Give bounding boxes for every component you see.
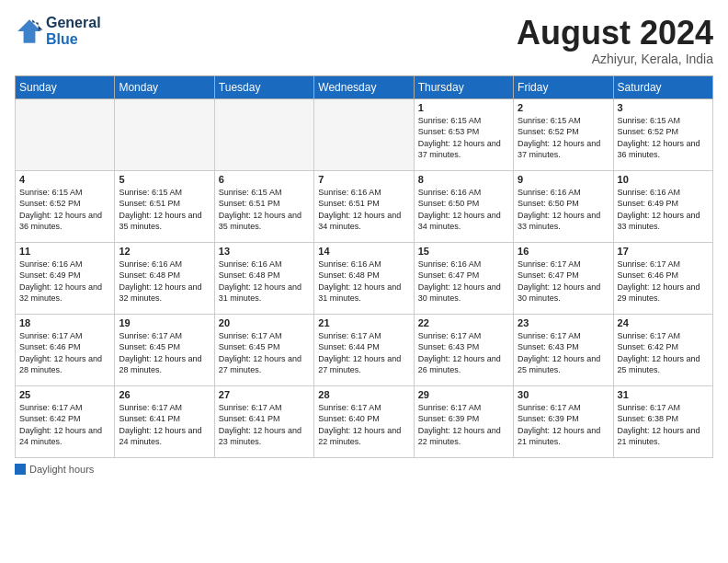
weekday-header-sunday: Sunday — [16, 75, 115, 98]
day-cell — [16, 98, 115, 170]
day-cell — [314, 98, 414, 170]
day-cell: 4Sunrise: 6:15 AMSunset: 6:52 PMDaylight… — [16, 170, 115, 242]
weekday-header-thursday: Thursday — [414, 75, 513, 98]
day-number: 10 — [618, 174, 709, 185]
week-row-4: 18Sunrise: 6:17 AMSunset: 6:46 PMDayligh… — [16, 314, 713, 385]
weekday-header-friday: Friday — [514, 75, 613, 98]
day-info: Sunrise: 6:17 AMSunset: 6:41 PMDaylight:… — [119, 402, 210, 448]
day-number: 14 — [318, 246, 409, 257]
day-cell: 6Sunrise: 6:15 AMSunset: 6:51 PMDaylight… — [214, 170, 313, 242]
day-number: 18 — [19, 317, 110, 328]
day-number: 21 — [318, 317, 409, 328]
logo: General Blue — [15, 15, 101, 49]
day-cell: 24Sunrise: 6:17 AMSunset: 6:42 PMDayligh… — [613, 314, 712, 385]
day-number: 16 — [518, 246, 609, 257]
legend: Daylight hours — [15, 464, 713, 477]
day-info: Sunrise: 6:17 AMSunset: 6:40 PMDaylight:… — [318, 402, 409, 448]
day-cell: 15Sunrise: 6:16 AMSunset: 6:47 PMDayligh… — [414, 242, 513, 314]
weekday-header-saturday: Saturday — [613, 75, 712, 98]
day-info: Sunrise: 6:15 AMSunset: 6:52 PMDaylight:… — [518, 115, 609, 161]
day-info: Sunrise: 6:16 AMSunset: 6:49 PMDaylight:… — [618, 187, 709, 233]
day-info: Sunrise: 6:17 AMSunset: 6:42 PMDaylight:… — [19, 402, 110, 448]
day-info: Sunrise: 6:15 AMSunset: 6:51 PMDaylight:… — [119, 187, 210, 233]
day-cell: 20Sunrise: 6:17 AMSunset: 6:45 PMDayligh… — [214, 314, 313, 385]
weekday-header-wednesday: Wednesday — [314, 75, 414, 98]
day-info: Sunrise: 6:16 AMSunset: 6:50 PMDaylight:… — [518, 187, 609, 233]
day-number: 27 — [219, 389, 310, 400]
day-info: Sunrise: 6:16 AMSunset: 6:48 PMDaylight:… — [318, 259, 409, 304]
day-cell: 22Sunrise: 6:17 AMSunset: 6:43 PMDayligh… — [414, 314, 513, 385]
day-number: 3 — [618, 102, 709, 113]
day-info: Sunrise: 6:17 AMSunset: 6:39 PMDaylight:… — [518, 402, 609, 448]
day-cell: 23Sunrise: 6:17 AMSunset: 6:43 PMDayligh… — [514, 314, 613, 385]
month-year: August 2024 — [517, 15, 713, 52]
day-number: 15 — [418, 246, 509, 257]
calendar: SundayMondayTuesdayWednesdayThursdayFrid… — [15, 75, 713, 458]
day-cell: 29Sunrise: 6:17 AMSunset: 6:39 PMDayligh… — [414, 385, 513, 457]
day-number: 24 — [618, 317, 709, 328]
day-cell: 10Sunrise: 6:16 AMSunset: 6:49 PMDayligh… — [613, 170, 712, 242]
weekday-header-tuesday: Tuesday — [214, 75, 313, 98]
day-cell: 17Sunrise: 6:17 AMSunset: 6:46 PMDayligh… — [613, 242, 712, 314]
day-number: 23 — [518, 317, 609, 328]
day-info: Sunrise: 6:17 AMSunset: 6:38 PMDaylight:… — [618, 402, 709, 448]
location: Azhiyur, Kerala, India — [517, 52, 713, 66]
day-info: Sunrise: 6:15 AMSunset: 6:53 PMDaylight:… — [418, 115, 509, 161]
day-number: 25 — [19, 389, 110, 400]
day-info: Sunrise: 6:17 AMSunset: 6:47 PMDaylight:… — [518, 259, 609, 304]
day-info: Sunrise: 6:17 AMSunset: 6:44 PMDaylight:… — [318, 330, 409, 376]
day-number: 20 — [219, 317, 310, 328]
day-number: 1 — [418, 102, 509, 113]
day-info: Sunrise: 6:16 AMSunset: 6:48 PMDaylight:… — [219, 259, 310, 304]
day-cell: 12Sunrise: 6:16 AMSunset: 6:48 PMDayligh… — [115, 242, 214, 314]
day-cell: 11Sunrise: 6:16 AMSunset: 6:49 PMDayligh… — [16, 242, 115, 314]
day-info: Sunrise: 6:17 AMSunset: 6:46 PMDaylight:… — [19, 330, 110, 376]
day-cell: 28Sunrise: 6:17 AMSunset: 6:40 PMDayligh… — [314, 385, 414, 457]
day-number: 7 — [318, 174, 409, 185]
day-info: Sunrise: 6:16 AMSunset: 6:51 PMDaylight:… — [318, 187, 409, 233]
day-cell: 3Sunrise: 6:15 AMSunset: 6:52 PMDaylight… — [613, 98, 712, 170]
day-info: Sunrise: 6:16 AMSunset: 6:48 PMDaylight:… — [119, 259, 210, 304]
day-number: 28 — [318, 389, 409, 400]
day-info: Sunrise: 6:17 AMSunset: 6:39 PMDaylight:… — [418, 402, 509, 448]
day-number: 26 — [119, 389, 210, 400]
day-cell: 13Sunrise: 6:16 AMSunset: 6:48 PMDayligh… — [214, 242, 313, 314]
week-row-5: 25Sunrise: 6:17 AMSunset: 6:42 PMDayligh… — [16, 385, 713, 457]
day-info: Sunrise: 6:17 AMSunset: 6:46 PMDaylight:… — [618, 259, 709, 304]
day-number: 31 — [618, 389, 709, 400]
day-number: 5 — [119, 174, 210, 185]
day-cell: 14Sunrise: 6:16 AMSunset: 6:48 PMDayligh… — [314, 242, 414, 314]
day-cell: 19Sunrise: 6:17 AMSunset: 6:45 PMDayligh… — [115, 314, 214, 385]
day-cell: 26Sunrise: 6:17 AMSunset: 6:41 PMDayligh… — [115, 385, 214, 457]
day-info: Sunrise: 6:16 AMSunset: 6:50 PMDaylight:… — [418, 187, 509, 233]
day-cell: 2Sunrise: 6:15 AMSunset: 6:52 PMDaylight… — [514, 98, 613, 170]
logo-icon — [15, 17, 44, 46]
day-number: 9 — [518, 174, 609, 185]
day-number: 4 — [19, 174, 110, 185]
day-info: Sunrise: 6:15 AMSunset: 6:51 PMDaylight:… — [219, 187, 310, 233]
day-cell: 1Sunrise: 6:15 AMSunset: 6:53 PMDaylight… — [414, 98, 513, 170]
weekday-header-monday: Monday — [115, 75, 214, 98]
day-cell: 16Sunrise: 6:17 AMSunset: 6:47 PMDayligh… — [514, 242, 613, 314]
day-cell: 31Sunrise: 6:17 AMSunset: 6:38 PMDayligh… — [613, 385, 712, 457]
legend-box — [15, 464, 26, 475]
week-row-3: 11Sunrise: 6:16 AMSunset: 6:49 PMDayligh… — [16, 242, 713, 314]
day-number: 11 — [19, 246, 110, 257]
day-cell: 25Sunrise: 6:17 AMSunset: 6:42 PMDayligh… — [16, 385, 115, 457]
day-info: Sunrise: 6:16 AMSunset: 6:47 PMDaylight:… — [418, 259, 509, 304]
day-cell — [115, 98, 214, 170]
day-number: 30 — [518, 389, 609, 400]
day-info: Sunrise: 6:15 AMSunset: 6:52 PMDaylight:… — [618, 115, 709, 161]
logo-text: General Blue — [46, 15, 101, 49]
day-number: 22 — [418, 317, 509, 328]
day-cell: 8Sunrise: 6:16 AMSunset: 6:50 PMDaylight… — [414, 170, 513, 242]
day-number: 17 — [618, 246, 709, 257]
legend-label: Daylight hours — [29, 464, 94, 475]
day-info: Sunrise: 6:17 AMSunset: 6:45 PMDaylight:… — [119, 330, 210, 376]
day-info: Sunrise: 6:17 AMSunset: 6:43 PMDaylight:… — [518, 330, 609, 376]
day-cell: 7Sunrise: 6:16 AMSunset: 6:51 PMDaylight… — [314, 170, 414, 242]
day-number: 12 — [119, 246, 210, 257]
header: General Blue August 2024 Azhiyur, Kerala… — [15, 15, 713, 66]
day-number: 13 — [219, 246, 310, 257]
day-info: Sunrise: 6:17 AMSunset: 6:41 PMDaylight:… — [219, 402, 310, 448]
